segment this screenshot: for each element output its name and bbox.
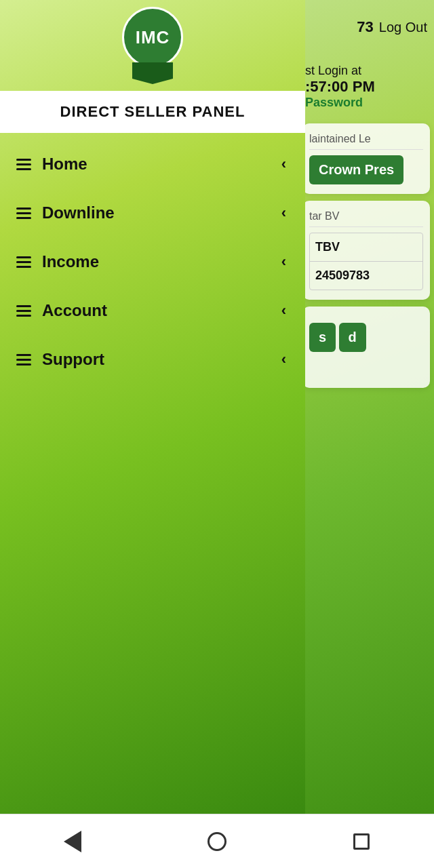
hamburger-icon bbox=[16, 208, 31, 219]
maintained-level-card: laintained Le Crown Pres bbox=[302, 123, 430, 194]
android-nav-bar bbox=[0, 814, 434, 868]
logo-badge: IMC bbox=[122, 7, 183, 84]
panel-title-bar: DIRECT SELLER PANEL bbox=[0, 91, 305, 133]
chevron-icon-account: ‹ bbox=[281, 302, 286, 319]
tbv-value-cell: 24509783 bbox=[310, 262, 422, 290]
sidebar-item-label-support: Support bbox=[42, 350, 104, 369]
chevron-icon-support: ‹ bbox=[281, 351, 286, 368]
back-icon bbox=[64, 831, 81, 852]
bottom-card-line2: d bbox=[339, 323, 366, 352]
star-bv-label: tar BV bbox=[309, 210, 423, 227]
nav-menu: Home ‹ Downline ‹ Income ‹ bbox=[0, 133, 305, 814]
maintained-level-label: laintained Le bbox=[309, 133, 423, 150]
logo-text: IMC bbox=[136, 27, 170, 48]
table-row: TBV bbox=[310, 233, 422, 262]
bottom-card: s d bbox=[302, 307, 430, 388]
sidebar-item-income[interactable]: Income ‹ bbox=[0, 237, 305, 286]
bottom-card-line1: s bbox=[309, 323, 336, 352]
sidebar-item-home[interactable]: Home ‹ bbox=[0, 140, 305, 189]
crown-pres-badge: Crown Pres bbox=[309, 155, 403, 184]
change-password-link[interactable]: Password bbox=[305, 96, 427, 110]
chevron-icon-home: ‹ bbox=[281, 155, 286, 173]
table-row: 24509783 bbox=[310, 262, 422, 290]
sidebar-item-label-downline: Downline bbox=[42, 203, 115, 222]
sidebar-item-label-income: Income bbox=[42, 252, 99, 271]
sidebar-item-support[interactable]: Support ‹ bbox=[0, 335, 305, 384]
android-home-button[interactable] bbox=[197, 821, 237, 862]
tbv-table: TBV 24509783 bbox=[309, 233, 423, 290]
android-recents-button[interactable] bbox=[341, 821, 382, 862]
last-login-prefix: st Login at bbox=[305, 64, 427, 78]
hamburger-icon bbox=[16, 256, 31, 268]
star-bv-card: tar BV TBV 24509783 bbox=[302, 201, 430, 300]
user-number: 73 bbox=[357, 18, 373, 36]
side-drawer: IMC DIRECT SELLER PANEL Home ‹ Downline bbox=[0, 0, 305, 814]
last-login-time: :57:00 PM bbox=[305, 78, 427, 96]
sidebar-item-label-account: Account bbox=[42, 301, 107, 320]
hamburger-icon bbox=[16, 354, 31, 366]
tbv-label-cell: TBV bbox=[310, 233, 422, 261]
android-back-button[interactable] bbox=[52, 821, 93, 862]
logo-ribbon bbox=[132, 62, 173, 84]
logo-circle: IMC bbox=[122, 7, 183, 68]
hamburger-icon bbox=[16, 159, 31, 170]
chevron-icon-downline: ‹ bbox=[281, 204, 286, 222]
sidebar-item-label-home: Home bbox=[42, 155, 87, 174]
logo-area: IMC bbox=[0, 0, 305, 91]
hamburger-icon bbox=[16, 305, 31, 317]
panel-title: DIRECT SELLER PANEL bbox=[60, 103, 245, 120]
logout-button[interactable]: Log Out bbox=[379, 20, 427, 35]
home-icon bbox=[208, 832, 226, 851]
sidebar-item-account[interactable]: Account ‹ bbox=[0, 286, 305, 335]
chevron-icon-income: ‹ bbox=[281, 253, 286, 271]
sidebar-item-downline[interactable]: Downline ‹ bbox=[0, 189, 305, 237]
recents-icon bbox=[353, 833, 370, 850]
